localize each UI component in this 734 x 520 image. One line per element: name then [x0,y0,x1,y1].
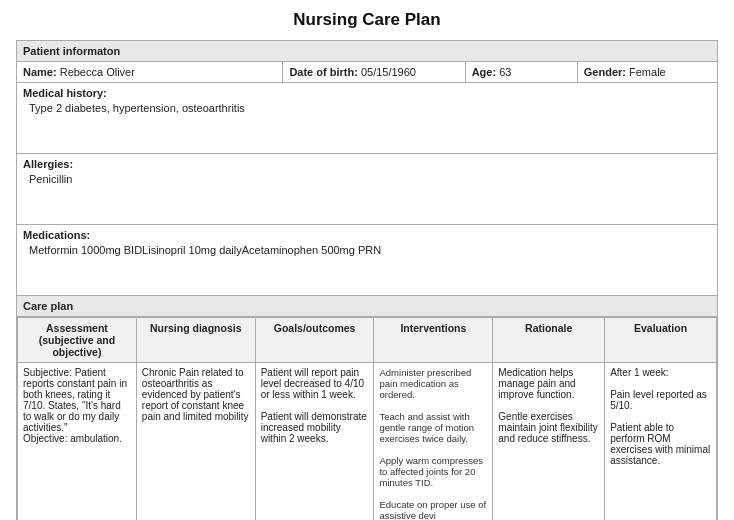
care-table: Assessment(subjective and objective) Nur… [17,317,717,520]
rationale-value: Medication helps manage pain and improve… [493,363,605,521]
patient-info-header: Patient informaton [17,41,718,62]
allergies-value: Penicillin [23,170,711,220]
intervention-4: Educate on proper use of assistive devi [379,499,487,520]
intervention-2: Teach and assist with gentle range of mo… [379,411,487,444]
medical-history-label: Medical history: [23,87,711,99]
dob-value: 05/15/1960 [361,66,416,78]
allergies-row: Allergies: Penicillin [17,154,718,225]
evaluation-text: After 1 week: Pain level reported as 5/1… [610,367,713,466]
name-value: Rebecca Oliver [60,66,135,78]
medications-row: Medications: Metformin 1000mg BIDLisinop… [17,225,718,296]
age-value: 63 [499,66,511,78]
col-goals: Goals/outcomes [255,318,374,363]
evaluation-value: After 1 week: Pain level reported as 5/1… [605,363,717,521]
allergies-label: Allergies: [23,158,711,170]
medical-history-cell: Medical history: Type 2 diabetes, hypert… [17,83,718,154]
care-plan-table-cell: Assessment(subjective and objective) Nur… [17,317,718,521]
care-table-row: Subjective: Patient reports constant pai… [18,363,717,521]
col-rationale: Rationale [493,318,605,363]
col-assessment: Assessment(subjective and objective) [18,318,137,363]
allergies-cell: Allergies: Penicillin [17,154,718,225]
assessment-value: Subjective: Patient reports constant pai… [18,363,137,521]
medications-cell: Medications: Metformin 1000mg BIDLisinop… [17,225,718,296]
gender-value: Female [629,66,666,78]
dob-label: Date of birth: [289,66,357,78]
patient-info-header-row: Patient informaton [17,41,718,62]
main-table: Patient informaton Name: Rebecca Oliver … [16,40,718,520]
goals-value: Patient will report pain level decreased… [255,363,374,521]
col-evaluation: Evaluation [605,318,717,363]
assessment-text: Subjective: Patient reports constant pai… [23,367,130,444]
name-label: Name: [23,66,57,78]
intervention-3: Apply warm compresses to affected joints… [379,455,487,488]
medications-label: Medications: [23,229,711,241]
gender-cell: Gender: Female [577,62,717,83]
rationale-text: Medication helps manage pain and improve… [498,367,600,444]
medications-value: Metformin 1000mg BIDLisinopril 10mg dail… [23,241,711,291]
interventions-value: Administer prescribed pain medication as… [374,363,493,521]
nursing-diagnosis-value: Chronic Pain related to osteoarthritis a… [136,363,255,521]
care-plan-header: Care plan [17,296,718,317]
care-plan-header-row: Care plan [17,296,718,317]
gender-label: Gender: [584,66,626,78]
medical-history-row: Medical history: Type 2 diabetes, hypert… [17,83,718,154]
care-table-header: Assessment(subjective and objective) Nur… [18,318,717,363]
intervention-1: Administer prescribed pain medication as… [379,367,487,400]
basic-info-row: Name: Rebecca Oliver Date of birth: 05/1… [17,62,718,83]
page-title: Nursing Care Plan [16,10,718,30]
col-interventions: Interventions [374,318,493,363]
care-plan-table-row: Assessment(subjective and objective) Nur… [17,317,718,521]
goals-text: Patient will report pain level decreased… [261,367,370,444]
name-cell: Name: Rebecca Oliver [17,62,283,83]
medical-history-value: Type 2 diabetes, hypertension, osteoarth… [23,99,711,149]
dob-cell: Date of birth: 05/15/1960 [283,62,465,83]
col-nursing-diagnosis: Nursing diagnosis [136,318,255,363]
age-label: Age: [472,66,496,78]
age-cell: Age: 63 [465,62,577,83]
